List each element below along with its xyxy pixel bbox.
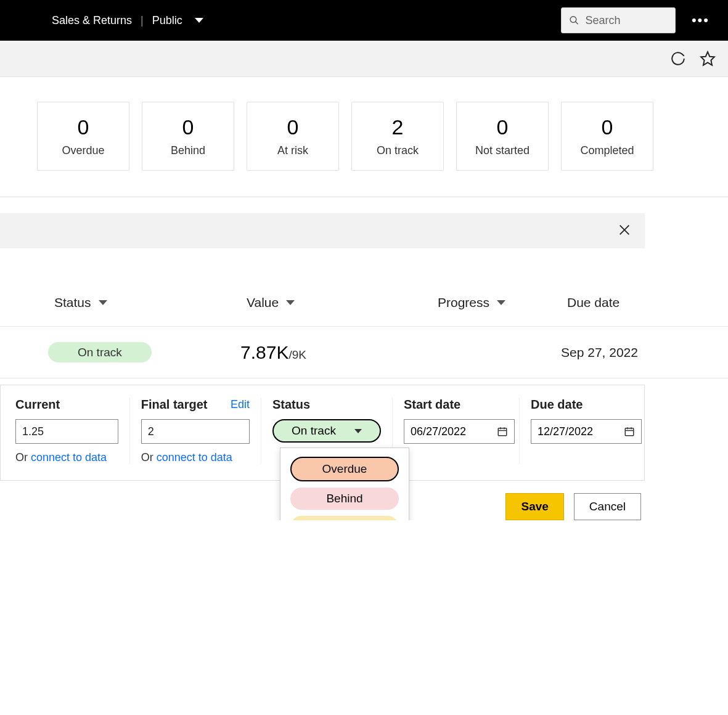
close-icon (618, 223, 631, 237)
due-label: Due date (531, 398, 629, 412)
chevron-down-icon (195, 18, 203, 23)
workspace-name: Sales & Returns (52, 14, 132, 27)
status-col: Status On track Overdue Behind At risk O… (261, 398, 393, 464)
edit-panel: Current Or connect to data Final targetE… (0, 385, 645, 481)
panel-header (0, 213, 645, 248)
cancel-button[interactable]: Cancel (574, 493, 641, 520)
current-or: Or connect to data (15, 451, 118, 464)
column-headers: Status Value Progress Due date (0, 295, 728, 326)
close-button[interactable] (618, 223, 631, 239)
svg-line-1 (575, 22, 578, 24)
card-label: At risk (277, 144, 308, 157)
card-label: Overdue (62, 144, 104, 157)
col-due[interactable]: Due date (536, 295, 660, 310)
start-date-input[interactable]: 06/27/2022 (404, 419, 515, 444)
card-atrisk[interactable]: 0 At risk (247, 102, 339, 171)
refresh-icon (670, 51, 686, 67)
final-col: Final targetEdit Or connect to data (130, 398, 261, 464)
card-count: 0 (602, 115, 613, 139)
col-progress[interactable]: Progress (376, 295, 536, 310)
option-atrisk[interactable]: At risk (290, 516, 399, 520)
more-menu[interactable]: ••• (692, 12, 710, 28)
svg-rect-9 (625, 428, 634, 436)
visibility-label: Public (152, 14, 182, 27)
col-status[interactable]: Status (0, 295, 188, 310)
col-label: Value (247, 295, 279, 310)
status-cards-area: 0 Overdue 0 Behind 0 At risk 2 On track … (0, 77, 728, 197)
current-col: Current Or connect to data (4, 398, 130, 464)
option-overdue[interactable]: Overdue (290, 457, 399, 481)
start-date-value: 06/27/2022 (411, 425, 466, 438)
col-label: Progress (438, 295, 489, 310)
due-date-value: 12/27/2022 (538, 425, 593, 438)
card-behind[interactable]: 0 Behind (142, 102, 234, 171)
search-box[interactable] (561, 7, 676, 33)
due-col: Due date 12/27/2022 (520, 398, 640, 464)
card-completed[interactable]: 0 Completed (561, 102, 653, 171)
final-label: Final target (141, 398, 208, 412)
refresh-button[interactable] (670, 51, 686, 67)
search-icon (569, 14, 579, 27)
calendar-icon (497, 426, 508, 437)
card-notstarted[interactable]: 0 Not started (456, 102, 549, 171)
status-dropdown[interactable]: On track Overdue Behind At risk On track… (272, 419, 381, 443)
status-cards: 0 Overdue 0 Behind 0 At risk 2 On track … (0, 102, 728, 171)
svg-point-0 (570, 17, 576, 23)
card-label: Behind (171, 144, 205, 157)
row-value: 7.87K/9K (240, 342, 431, 363)
top-bar: Sales & Returns | Public ••• (0, 0, 728, 41)
card-overdue[interactable]: 0 Overdue (37, 102, 129, 171)
card-count: 2 (392, 115, 404, 139)
status-label: Status (272, 398, 381, 412)
card-label: Not started (475, 144, 530, 157)
chevron-down-icon (497, 300, 505, 305)
topbar-right: ••• (561, 7, 710, 33)
col-label: Status (54, 295, 91, 310)
option-behind[interactable]: Behind (290, 488, 399, 510)
row-status: On track (0, 346, 240, 359)
start-col: Start date 06/27/2022 (393, 398, 520, 464)
card-label: Completed (580, 144, 634, 157)
status-value: On track (292, 424, 336, 438)
col-value[interactable]: Value (188, 295, 376, 310)
card-ontrack[interactable]: 2 On track (351, 102, 444, 171)
workspace-selector[interactable]: Sales & Returns | Public (52, 14, 203, 27)
metric-row[interactable]: On track 7.87K/9K Sep 27, 2022 (0, 326, 728, 378)
status-pill: On track (48, 342, 152, 362)
connect-data-link[interactable]: connect to data (157, 451, 232, 464)
edit-link[interactable]: Edit (231, 398, 250, 411)
status-menu: Overdue Behind At risk On track Not star… (280, 447, 409, 520)
calendar-icon (624, 426, 635, 437)
card-count: 0 (182, 115, 194, 139)
search-input[interactable] (586, 14, 668, 27)
final-or: Or connect to data (141, 451, 250, 464)
final-input[interactable] (141, 419, 250, 444)
connect-data-link[interactable]: connect to data (31, 451, 107, 464)
card-label: On track (377, 144, 419, 157)
chevron-down-icon (99, 300, 107, 305)
action-bar (0, 41, 728, 77)
chevron-down-icon (354, 429, 362, 433)
col-label: Due date (567, 295, 620, 310)
card-count: 0 (78, 115, 89, 139)
value-number: 7.87K (240, 342, 288, 362)
value-target: /9K (288, 348, 306, 361)
due-date-input[interactable]: 12/27/2022 (531, 419, 642, 444)
chevron-down-icon (286, 300, 295, 305)
divider: | (141, 14, 144, 27)
row-due: Sep 27, 2022 (561, 345, 638, 360)
favorite-button[interactable] (700, 51, 716, 67)
svg-marker-2 (701, 52, 714, 65)
current-input[interactable] (15, 419, 118, 444)
current-label: Current (15, 398, 118, 412)
card-count: 0 (497, 115, 509, 139)
save-button[interactable]: Save (505, 493, 563, 520)
start-label: Start date (404, 398, 508, 412)
star-icon (700, 51, 716, 67)
svg-rect-5 (498, 428, 507, 436)
card-count: 0 (287, 115, 299, 139)
